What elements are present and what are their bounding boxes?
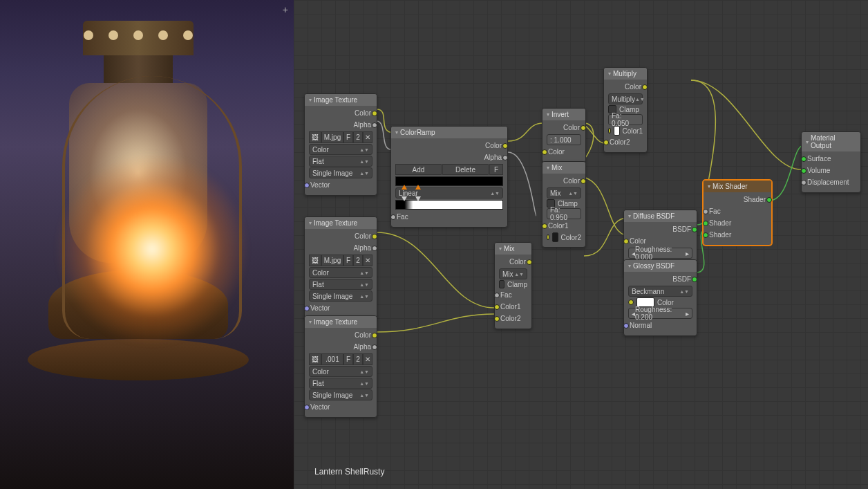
socket-color-out[interactable] bbox=[372, 111, 377, 116]
invert-fac[interactable]: : 1.000 bbox=[547, 134, 581, 145]
socket-alpha-out[interactable] bbox=[372, 122, 377, 128]
output-color: Color bbox=[355, 109, 371, 117]
colorramp-gradient[interactable] bbox=[395, 200, 503, 210]
collapse-icon[interactable]: ▾ bbox=[309, 97, 312, 103]
image-icon[interactable]: 🖼 bbox=[309, 131, 321, 143]
node-title: Image Texture bbox=[314, 96, 357, 104]
node-image-texture-3[interactable]: ▾Image Texture Color Alpha 🖼 .001 F 2 ✕ … bbox=[304, 315, 377, 418]
users-button[interactable]: 2 bbox=[353, 131, 363, 143]
projection-dropdown[interactable]: Flat▲▼ bbox=[309, 156, 372, 167]
colorramp-flip-button[interactable]: F bbox=[489, 164, 503, 175]
fake-user-button[interactable]: F bbox=[343, 131, 353, 143]
collapse-icon[interactable]: ▾ bbox=[309, 220, 312, 226]
node-invert[interactable]: ▾Invert Color : 1.000 Color bbox=[542, 108, 586, 163]
node-title: Image Texture bbox=[314, 219, 357, 227]
node-material-output[interactable]: ▾Material Output Surface Volume Displace… bbox=[801, 131, 861, 193]
node-image-texture-2[interactable]: ▾Image Texture Color Alpha 🖼 M.jpg F 2 ✕… bbox=[304, 216, 377, 319]
node-header[interactable]: ▾Image Texture bbox=[305, 94, 377, 106]
socket-color-out[interactable] bbox=[372, 234, 377, 239]
input-vector: Vector bbox=[310, 181, 330, 189]
node-mix-shader[interactable]: ▾Mix Shader Shader Fac Shader Shader bbox=[703, 180, 772, 246]
node-editor[interactable]: ▾Image Texture Color Alpha 🖼 M.jpg F 2 ✕… bbox=[294, 0, 868, 489]
image-name[interactable]: M.jpg bbox=[321, 131, 343, 143]
expand-panel-icon[interactable]: + bbox=[283, 4, 288, 15]
node-mix-1[interactable]: ▾Mix Color Mix▲▼ Clamp Fa: 0.950 Color1 … bbox=[542, 161, 586, 248]
render-preview: + bbox=[0, 0, 294, 489]
node-glossy-bsdf[interactable]: ▾Glossy BSDF BSDF Beckmann▲▼ Color ◂Roug… bbox=[623, 259, 697, 336]
image-selector[interactable]: 🖼 M.jpg F 2 ✕ bbox=[309, 255, 372, 266]
material-name-label: Lantern ShellRusty bbox=[314, 467, 384, 477]
node-mix-2[interactable]: ▾Mix Color Mix▲▼ Clamp Fac Color1 Color2 bbox=[494, 242, 532, 329]
output-alpha: Alpha bbox=[353, 121, 371, 129]
colorramp-bar[interactable] bbox=[395, 176, 503, 186]
colorramp-add-button[interactable]: Add bbox=[395, 164, 442, 175]
roughness-field[interactable]: ◂Roughness: 0.000▸ bbox=[628, 248, 692, 259]
color-space-dropdown[interactable]: Color▲▼ bbox=[309, 144, 372, 155]
image-icon[interactable]: 🖼 bbox=[309, 255, 321, 266]
color2-swatch[interactable] bbox=[552, 232, 558, 242]
node-image-texture-1[interactable]: ▾Image Texture Color Alpha 🖼 M.jpg F 2 ✕… bbox=[304, 93, 377, 196]
unlink-button[interactable]: ✕ bbox=[363, 131, 372, 143]
colorramp-delete-button[interactable]: Delete bbox=[442, 164, 489, 175]
node-multiply[interactable]: ▾Multiply Color Multiply▲▼ Clamp Fa: 0.0… bbox=[603, 67, 648, 153]
node-color-ramp[interactable]: ▾ColorRamp Color Alpha Add Delete F Line… bbox=[390, 126, 508, 228]
socket-bsdf-out[interactable] bbox=[692, 227, 697, 232]
image-selector[interactable]: 🖼 M.jpg F 2 ✕ bbox=[309, 131, 372, 143]
socket-vector-in[interactable] bbox=[304, 183, 310, 188]
colorramp-interp[interactable]: Linear▲▼ bbox=[395, 187, 503, 199]
socket-alpha-out[interactable] bbox=[372, 246, 377, 251]
frame-mode-dropdown[interactable]: Single Image▲▼ bbox=[309, 167, 372, 178]
